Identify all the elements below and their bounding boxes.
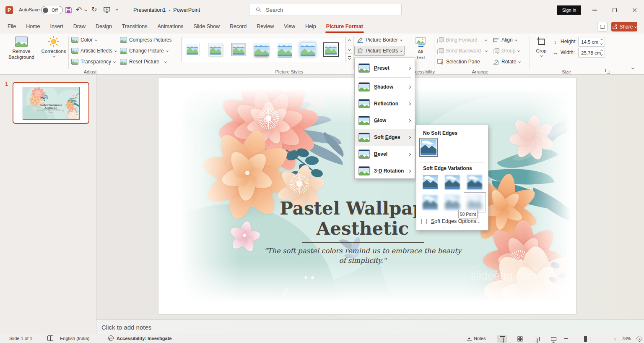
sign-in-button[interactable]: Sign in	[557, 5, 581, 15]
tab-picture-format[interactable]: Picture Format	[321, 20, 368, 34]
comments-button[interactable]	[597, 22, 608, 31]
send-backward-button[interactable]: Send Backward	[437, 46, 487, 55]
accessibility-status[interactable]: Accessibility: Investigate	[117, 336, 171, 341]
zoom-out-icon[interactable]	[564, 338, 568, 339]
picture-style-3[interactable]	[230, 40, 247, 59]
soft-edges-options[interactable]: Soft Edges Options...	[421, 218, 480, 224]
reading-view-button[interactable]	[532, 335, 542, 343]
corrections-icon	[48, 36, 59, 47]
autosave-toggle[interactable]: Off	[41, 6, 63, 14]
picture-style-5[interactable]	[276, 40, 293, 59]
search-input[interactable]: Search	[249, 4, 402, 16]
remove-background-button[interactable]: RemoveBackground	[8, 35, 35, 68]
notes-toggle[interactable]: Notes	[474, 336, 486, 341]
artistic-effects-button[interactable]: Artistic Effects	[71, 46, 117, 55]
slide-quote[interactable]: "The soft pastel colors remind us to emb…	[36, 110, 65, 113]
corrections-button[interactable]: Corrections	[40, 35, 68, 68]
group-button[interactable]: Group	[493, 46, 519, 55]
tab-file[interactable]: File	[3, 20, 21, 34]
gallery-down-icon[interactable]	[346, 45, 353, 54]
menu-item-preset[interactable]: Preset	[355, 60, 415, 76]
menu-item-soft-edges[interactable]: Soft Edges	[355, 129, 415, 146]
soft-edge-variation-4[interactable]	[419, 192, 441, 212]
height-icon: ↕	[552, 39, 558, 45]
save-icon[interactable]	[65, 5, 72, 15]
tab-transitions[interactable]: Transitions	[117, 20, 153, 34]
crop-button[interactable]: Crop	[530, 35, 553, 68]
redo-icon[interactable]: ↻	[91, 5, 97, 15]
soft-edge-variation-5[interactable]	[441, 192, 463, 212]
compress-pictures-button[interactable]: Compress Pictures	[120, 35, 171, 45]
undo-dropdown-icon[interactable]	[84, 8, 87, 11]
slide-title[interactable]: Pastel WallpaperAesthetic	[34, 104, 68, 109]
gallery-more-icon[interactable]	[346, 54, 353, 62]
minimize-button[interactable]	[588, 5, 601, 15]
maximize-button[interactable]	[608, 5, 621, 15]
tab-slide-show[interactable]: Slide Show	[188, 20, 225, 34]
undo-icon[interactable]: ↶	[76, 5, 82, 15]
menu-item-bevel[interactable]: Bevel	[355, 146, 415, 162]
tab-help[interactable]: Help	[300, 20, 321, 34]
fit-slide-icon[interactable]	[636, 335, 642, 342]
tab-review[interactable]: Review	[252, 20, 279, 34]
zoom-in-icon[interactable]: +	[613, 336, 617, 342]
slideshow-icon[interactable]	[103, 5, 111, 15]
menu-item-3d-rotation[interactable]: 3-D Rotation	[355, 162, 415, 179]
picture-style-4[interactable]	[253, 40, 270, 59]
zoom-slider-thumb[interactable]	[584, 336, 587, 342]
picture-border-button[interactable]: Picture Border	[357, 35, 402, 45]
width-spinner[interactable]	[599, 49, 604, 57]
picture-style-6[interactable]	[299, 40, 317, 59]
picture-style-1[interactable]	[184, 40, 201, 59]
height-spinner[interactable]	[599, 38, 604, 46]
normal-view-button[interactable]	[497, 335, 507, 343]
share-button[interactable]: Share	[611, 22, 637, 31]
proofing-icon[interactable]	[47, 335, 53, 341]
soft-edge-variation-1[interactable]	[419, 172, 441, 192]
picture-effects-button[interactable]: Picture Effects	[357, 46, 402, 55]
transparency-button[interactable]: Transparency	[71, 57, 115, 66]
soft-edge-variation-6[interactable]	[464, 192, 486, 212]
tab-design[interactable]: Design	[91, 20, 117, 34]
slide-quote[interactable]: "The soft pastel colors remind us to emb…	[258, 246, 467, 265]
slide-sorter-view-button[interactable]	[515, 335, 525, 343]
color-button[interactable]: Color	[71, 35, 97, 45]
picture-style-2[interactable]	[207, 40, 224, 59]
customize-qat-icon[interactable]	[115, 8, 118, 10]
menu-item-shadow[interactable]: Shadow	[355, 79, 415, 95]
width-input[interactable]: 25.78 cm	[578, 48, 605, 58]
align-button[interactable]: Align	[493, 35, 517, 45]
notes-pane[interactable]: Click to add notes	[96, 319, 644, 334]
tab-draw[interactable]: Draw	[68, 20, 91, 34]
zoom-slider-track[interactable]	[570, 339, 611, 339]
size-dialog-launcher-icon[interactable]	[605, 69, 610, 74]
menu-item-reflection[interactable]: Reflection	[355, 95, 415, 112]
picture-style-7[interactable]	[322, 40, 340, 59]
change-picture-button[interactable]: Change Picture	[120, 46, 168, 55]
tab-insert[interactable]: Insert	[45, 20, 68, 34]
powerpoint-logo-icon[interactable]: P	[5, 6, 13, 14]
reset-picture-button[interactable]: Reset Picture	[120, 57, 166, 66]
tab-animations[interactable]: Animations	[153, 20, 189, 34]
tab-home[interactable]: Home	[21, 20, 45, 34]
soft-edge-variation-3[interactable]	[464, 172, 486, 192]
height-input[interactable]: 14.5 cm	[578, 37, 605, 47]
arrange-group-label: Arrange	[472, 69, 488, 74]
rotate-button[interactable]: Rotate	[493, 57, 520, 66]
slideshow-view-button[interactable]	[548, 335, 558, 343]
picture-styles-gallery	[181, 37, 346, 62]
gallery-up-icon[interactable]	[346, 37, 353, 45]
selection-pane-button[interactable]: Selection Pane	[437, 57, 480, 66]
glow-icon	[358, 116, 370, 125]
collapse-ribbon-icon[interactable]	[631, 66, 634, 69]
language-indicator[interactable]: English (India)	[60, 336, 89, 341]
bring-forward-button[interactable]: Bring Forward	[437, 35, 487, 45]
close-button[interactable]	[628, 5, 641, 15]
no-soft-edges-thumb[interactable]	[419, 138, 438, 157]
zoom-level[interactable]: 78%	[622, 336, 631, 341]
menu-item-glow[interactable]: Glow	[355, 112, 415, 129]
tab-view[interactable]: View	[279, 20, 300, 34]
tab-record[interactable]: Record	[225, 20, 252, 34]
soft-edge-variation-2[interactable]	[441, 172, 463, 192]
slide-thumbnail[interactable]: Pastel WallpaperAesthetic "The soft past…	[13, 82, 89, 124]
